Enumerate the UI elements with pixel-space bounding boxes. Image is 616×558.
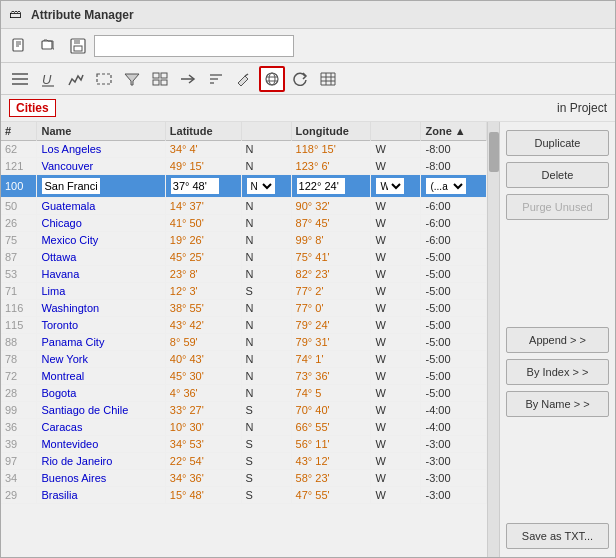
table-wrapper: # Name Latitude Longitude Zone ▲ 62 (1, 122, 499, 557)
cell-lat: 23° 8' (165, 266, 241, 283)
cell-lat-dir: S (241, 402, 291, 419)
window-title: Attribute Manager (31, 8, 134, 22)
table-body: 62 Los Angeles 34° 4' N 118° 15' W -8:00… (1, 141, 487, 504)
cell-lon[interactable] (291, 175, 371, 198)
toggle-edit-btn[interactable] (7, 66, 33, 92)
table-row[interactable]: 75 Mexico City 19° 26' N 99° 8' W -6:00 (1, 232, 487, 249)
select-btn[interactable] (91, 66, 117, 92)
cell-lat-dir: N (241, 141, 291, 158)
chart-btn[interactable] (63, 66, 89, 92)
cell-id: 50 (1, 198, 37, 215)
table-row[interactable]: 34 Buenos Aires 34° 36' S 58° 23' W -3:0… (1, 470, 487, 487)
col-longitude[interactable]: Longitude (291, 122, 371, 141)
filter-btn[interactable] (119, 66, 145, 92)
duplicate-button[interactable]: Duplicate (506, 130, 609, 156)
cell-lat: 10° 30' (165, 419, 241, 436)
save-as-txt-button[interactable]: Save as TXT... (506, 523, 609, 549)
underline-btn[interactable]: U (35, 66, 61, 92)
table-row[interactable]: 36 Caracas 10° 30' N 66° 55' W -4:00 (1, 419, 487, 436)
name-edit-input[interactable] (41, 177, 101, 195)
by-index-button[interactable]: By Index > > (506, 359, 609, 385)
table-row[interactable]: 121 Vancouver 49° 15' N 123° 6' W -8:00 (1, 158, 487, 175)
purge-unused-button[interactable]: Purge Unused (506, 194, 609, 220)
scrollbar[interactable] (487, 122, 499, 557)
by-name-button[interactable]: By Name > > (506, 391, 609, 417)
cell-lat-dir: N (241, 368, 291, 385)
table-row[interactable]: 71 Lima 12° 3' S 77° 2' W -5:00 (1, 283, 487, 300)
cell-lat-dir: N (241, 266, 291, 283)
table-row[interactable]: 97 Rio de Janeiro 22° 54' S 43° 12' W -3… (1, 453, 487, 470)
cell-name: Rio de Janeiro (37, 453, 165, 470)
cell-lat-dir: N (241, 317, 291, 334)
zone-select[interactable]: (...a (425, 177, 467, 195)
cell-lat: 34° 36' (165, 470, 241, 487)
table-row[interactable]: 39 Montevideo 34° 53' S 56° 11' W -3:00 (1, 436, 487, 453)
search-input[interactable] (94, 35, 294, 57)
lon-dir-select[interactable]: W (375, 177, 405, 195)
cell-lon-dir: W (371, 300, 421, 317)
col-id[interactable]: # (1, 122, 37, 141)
cell-name[interactable] (37, 175, 165, 198)
table-row[interactable]: 87 Ottawa 45° 25' N 75° 41' W -5:00 (1, 249, 487, 266)
toolbar-row-2: U (1, 63, 615, 95)
cell-lon: 66° 55' (291, 419, 371, 436)
table-row[interactable]: 88 Panama City 8° 59' N 79° 31' W -5:00 (1, 334, 487, 351)
table-row[interactable]: 62 Los Angeles 34° 4' N 118° 15' W -8:00 (1, 141, 487, 158)
table-row[interactable]: 28 Bogota 4° 36' N 74° 5 W -5:00 (1, 385, 487, 402)
table-container[interactable]: # Name Latitude Longitude Zone ▲ 62 (1, 122, 487, 557)
cell-lat: 8° 59' (165, 334, 241, 351)
cell-name: Washington (37, 300, 165, 317)
globe-btn[interactable] (259, 66, 285, 92)
table-row[interactable]: 26 Chicago 41° 50' N 87° 45' W -6:00 (1, 215, 487, 232)
sort-btn[interactable] (203, 66, 229, 92)
cell-lon: 118° 15' (291, 141, 371, 158)
col-lat-dir[interactable] (241, 122, 291, 141)
cell-lat-dir[interactable]: N (241, 175, 291, 198)
lat-dir-select[interactable]: N (246, 177, 276, 195)
cell-zone[interactable]: (...a (421, 175, 487, 198)
grid-btn[interactable] (147, 66, 173, 92)
table-row[interactable]: 29 Brasilia 15° 48' S 47° 55' W -3:00 (1, 487, 487, 504)
table-row[interactable]: 53 Havana 23° 8' N 82° 23' W -5:00 (1, 266, 487, 283)
grid2-btn[interactable] (315, 66, 341, 92)
layer-label[interactable]: Cities (9, 99, 56, 117)
cell-id: 116 (1, 300, 37, 317)
cell-lon: 73° 36' (291, 368, 371, 385)
append-button[interactable]: Append > > (506, 327, 609, 353)
table-row[interactable]: 116 Washington 38° 55' N 77° 0' W -5:00 (1, 300, 487, 317)
delete-button[interactable]: Delete (506, 162, 609, 188)
table-row[interactable]: 50 Guatemala 14° 37' N 90° 32' W -6:00 (1, 198, 487, 215)
toolbar-btn-1[interactable] (7, 33, 33, 59)
cell-lat[interactable] (165, 175, 241, 198)
table-row[interactable]: 99 Santiago de Chile 33° 27' S 70° 40' W… (1, 402, 487, 419)
lat-edit-input[interactable] (170, 177, 220, 195)
table-row[interactable]: 100 N W (...a (1, 175, 487, 198)
cell-lon-dir: W (371, 249, 421, 266)
cell-lat: 4° 36' (165, 385, 241, 402)
toolbar-btn-3[interactable] (65, 33, 91, 59)
svg-rect-7 (74, 46, 82, 51)
col-name[interactable]: Name (37, 122, 165, 141)
col-zone[interactable]: Zone ▲ (421, 122, 487, 141)
cell-lat: 49° 15' (165, 158, 241, 175)
cell-id: 87 (1, 249, 37, 266)
scrollbar-thumb[interactable] (489, 132, 499, 172)
lon-edit-input[interactable] (296, 177, 346, 195)
cell-name: Havana (37, 266, 165, 283)
cell-lat-dir: N (241, 385, 291, 402)
cell-lon-dir[interactable]: W (371, 175, 421, 198)
col-latitude[interactable]: Latitude (165, 122, 241, 141)
cell-lon-dir: W (371, 470, 421, 487)
cell-lat: 45° 30' (165, 368, 241, 385)
cell-lat-dir: S (241, 453, 291, 470)
pencil-btn[interactable] (231, 66, 257, 92)
refresh-btn[interactable] (287, 66, 313, 92)
toolbar-btn-2[interactable] (36, 33, 62, 59)
table-row[interactable]: 72 Montreal 45° 30' N 73° 36' W -5:00 (1, 368, 487, 385)
arrow-btn[interactable] (175, 66, 201, 92)
table-row[interactable]: 115 Toronto 43° 42' N 79° 24' W -5:00 (1, 317, 487, 334)
cell-id: 72 (1, 368, 37, 385)
col-lon-dir[interactable] (371, 122, 421, 141)
table-row[interactable]: 78 New York 40° 43' N 74° 1' W -5:00 (1, 351, 487, 368)
cell-lat: 43° 42' (165, 317, 241, 334)
